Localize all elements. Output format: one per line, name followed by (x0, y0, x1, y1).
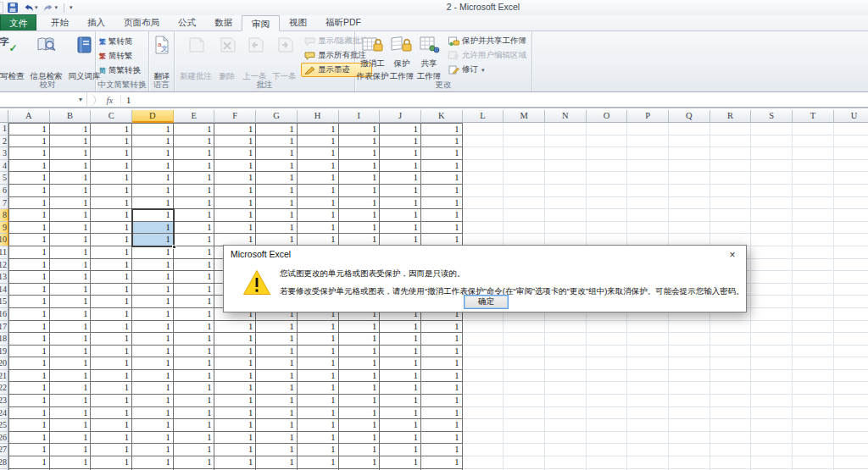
cell-T8[interactable] (793, 209, 834, 222)
cell-E18[interactable]: 1 (174, 333, 215, 346)
cell-D17[interactable]: 1 (132, 321, 174, 334)
cell-A4[interactable]: 1 (8, 160, 50, 173)
cell-T5[interactable] (793, 172, 834, 185)
cell-O26[interactable] (587, 432, 628, 445)
cell-H3[interactable]: 1 (298, 147, 339, 160)
cell-L18[interactable] (463, 333, 504, 346)
cell-O4[interactable] (587, 160, 628, 173)
cell-B14[interactable]: 1 (50, 284, 92, 296)
cell-T3[interactable] (793, 147, 834, 160)
cell-Q4[interactable] (669, 160, 710, 173)
cell-H5[interactable]: 1 (298, 172, 339, 185)
cell-H26[interactable]: 1 (298, 432, 339, 445)
cell-M25[interactable] (504, 419, 545, 432)
cell-R28[interactable] (710, 456, 752, 469)
cell-P3[interactable] (627, 147, 669, 160)
row-header-18[interactable]: 18 (0, 333, 8, 346)
cell-D21[interactable]: 1 (132, 370, 174, 383)
cell-G21[interactable]: 1 (256, 370, 298, 383)
cell-D7[interactable]: 1 (132, 197, 174, 210)
cell-S6[interactable] (751, 185, 793, 197)
cell-S28[interactable] (751, 456, 793, 469)
cell-T11[interactable] (793, 246, 834, 259)
dialog-ok-button[interactable]: 确定 (464, 295, 509, 309)
cell-C12[interactable]: 1 (91, 259, 132, 272)
cell-B9[interactable]: 1 (50, 222, 92, 235)
name-box[interactable]: ▾ (0, 92, 87, 108)
cell-C11[interactable]: 1 (91, 246, 132, 259)
cell-Q3[interactable] (669, 147, 710, 160)
cell-R26[interactable] (710, 432, 752, 445)
cell-S16[interactable] (751, 308, 793, 321)
cell-O8[interactable] (587, 209, 628, 222)
cell-E14[interactable]: 1 (174, 284, 215, 296)
cell-B21[interactable]: 1 (50, 370, 92, 383)
protect-and-share-workbook-button[interactable]: 保护并共享工作簿 (445, 34, 530, 48)
cell-O19[interactable] (587, 346, 628, 358)
select-all-corner[interactable] (0, 110, 8, 123)
cell-O28[interactable] (587, 456, 628, 469)
cell-S4[interactable] (751, 160, 793, 173)
cell-B10[interactable]: 1 (50, 234, 92, 246)
cell-C4[interactable]: 1 (91, 160, 132, 173)
cell-E3[interactable]: 1 (174, 147, 215, 160)
cell-A16[interactable]: 1 (8, 308, 50, 321)
cell-U9[interactable] (834, 222, 868, 235)
cell-D6[interactable]: 1 (132, 185, 174, 197)
cell-E20[interactable]: 1 (174, 357, 215, 370)
cell-G26[interactable]: 1 (256, 432, 298, 445)
column-header-B[interactable]: B (50, 110, 92, 123)
cell-C6[interactable]: 1 (91, 185, 132, 197)
cell-U25[interactable] (834, 419, 868, 432)
cell-R21[interactable] (710, 370, 752, 383)
cell-I5[interactable]: 1 (339, 172, 381, 185)
cell-R17[interactable] (710, 321, 752, 334)
cell-K2[interactable]: 1 (421, 135, 463, 148)
cell-P18[interactable] (627, 333, 669, 346)
cell-U19[interactable] (834, 346, 868, 358)
cell-K25[interactable]: 1 (421, 419, 463, 432)
cell-C14[interactable]: 1 (91, 284, 132, 296)
cell-E7[interactable]: 1 (174, 197, 215, 210)
cell-R25[interactable] (710, 419, 752, 432)
cell-D4[interactable]: 1 (132, 160, 174, 173)
cell-M5[interactable] (504, 172, 545, 185)
cell-J9[interactable]: 1 (380, 222, 421, 235)
cell-L23[interactable] (463, 395, 504, 407)
cell-A13[interactable]: 1 (8, 271, 50, 284)
cell-C28[interactable]: 1 (91, 456, 132, 469)
cell-L22[interactable] (463, 382, 504, 395)
cell-T28[interactable] (793, 456, 834, 469)
cell-T9[interactable] (793, 222, 834, 235)
cell-R2[interactable] (710, 135, 752, 148)
cell-L1[interactable] (463, 123, 504, 135)
cell-I7[interactable]: 1 (339, 197, 381, 210)
cell-L2[interactable] (463, 135, 504, 148)
cell-I4[interactable]: 1 (339, 160, 381, 173)
cell-I1[interactable]: 1 (339, 123, 381, 135)
cell-L28[interactable] (463, 456, 504, 469)
cell-E8[interactable]: 1 (174, 209, 215, 222)
cell-E15[interactable]: 1 (174, 296, 215, 308)
cell-G6[interactable]: 1 (256, 185, 298, 197)
cell-E12[interactable]: 1 (174, 259, 215, 272)
cell-C22[interactable]: 1 (91, 382, 132, 395)
cell-B4[interactable]: 1 (50, 160, 92, 173)
cell-D13[interactable]: 1 (132, 271, 174, 284)
cell-T25[interactable] (793, 419, 834, 432)
cell-T14[interactable] (793, 284, 834, 296)
row-header-21[interactable]: 21 (0, 370, 8, 383)
tab-view[interactable]: 视图 (280, 14, 316, 30)
cell-F3[interactable]: 1 (214, 147, 256, 160)
cell-K27[interactable]: 1 (421, 444, 463, 456)
cell-N28[interactable] (545, 456, 587, 469)
cell-Q17[interactable] (669, 321, 710, 334)
cell-D14[interactable]: 1 (132, 284, 174, 296)
cell-R4[interactable] (710, 160, 752, 173)
cell-P28[interactable] (627, 456, 669, 469)
cell-H28[interactable]: 1 (298, 456, 339, 469)
tab-formulas[interactable]: 公式 (169, 14, 205, 30)
cell-K22[interactable]: 1 (421, 382, 463, 395)
row-header-7[interactable]: 7 (0, 197, 8, 210)
cell-F2[interactable]: 1 (214, 135, 256, 148)
